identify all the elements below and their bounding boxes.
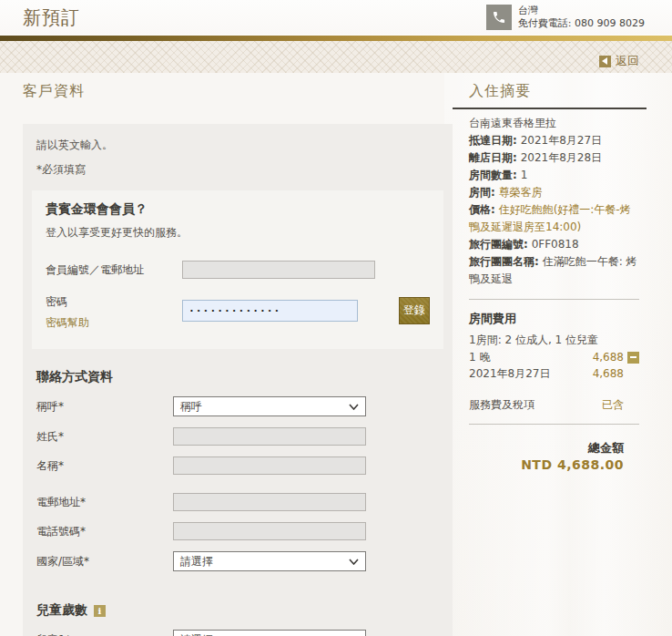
customer-info-column: 客戶資料 請以英文輸入。 *必須填寫 貴賓金環會會員？ 登入以享受更好更快的服務… bbox=[23, 82, 453, 636]
room-line: 房間: 尊榮客房 bbox=[469, 184, 639, 201]
summary-divider bbox=[469, 424, 639, 425]
fees-label: 服務費及稅項 bbox=[469, 396, 602, 413]
room-label: 房間: bbox=[469, 186, 495, 199]
password-row: 密碼 密碼幫助 登錄 bbox=[46, 290, 430, 331]
total-value: NTD 4,688.00 bbox=[469, 457, 624, 472]
back-arrow-icon bbox=[599, 56, 611, 67]
chevron-down-icon bbox=[349, 404, 359, 410]
phone-number-input[interactable] bbox=[173, 522, 366, 540]
contact-section-title: 聯絡方式資料 bbox=[36, 369, 439, 385]
night-date-label: 2021年8月27日 bbox=[469, 365, 587, 382]
phone-icon bbox=[486, 5, 512, 30]
tour-name-line: 旅行團團名稱: 住滿吃飽一午餐: 烤鴨及延退 bbox=[469, 253, 639, 288]
children-section-title: 兒童歲數 bbox=[36, 602, 87, 619]
first-name-row: 名稱* bbox=[36, 456, 439, 475]
gold-divider-bar bbox=[0, 35, 672, 41]
first-name-input[interactable] bbox=[173, 456, 366, 475]
child1-label: 兒童1* bbox=[36, 632, 173, 636]
note-english: 請以英文輸入。 bbox=[36, 138, 439, 153]
country-row: 國家/區域* 請選擇 bbox=[36, 551, 439, 571]
child1-age-select[interactable]: 請選擇 bbox=[173, 630, 366, 636]
rooms-line: 房間數量: 1 bbox=[469, 167, 639, 184]
salutation-row: 稱呼* 稱呼 bbox=[36, 396, 439, 416]
breadcrumb-strip: 返回 bbox=[0, 41, 672, 73]
page-header: 新預訂 台灣 免付費電話: 080 909 8029 bbox=[0, 0, 672, 35]
country-select-value: 請選擇 bbox=[180, 554, 213, 569]
phone-region: 台灣 bbox=[518, 5, 645, 17]
stay-summary-column: 入住摘要 台南遠東香格里拉 抵達日期: 2021年8月27日 離店日期: 202… bbox=[453, 82, 647, 636]
total-block: 總金額 NTD 4,688.00 bbox=[469, 436, 639, 472]
fees-value: 已含 bbox=[602, 396, 624, 413]
night-date-price: 4,688 bbox=[587, 365, 624, 382]
collapse-minus-icon[interactable] bbox=[627, 352, 639, 364]
email-input[interactable] bbox=[173, 493, 366, 511]
password-help-link[interactable]: 密碼幫助 bbox=[46, 315, 89, 331]
child1-row: 兒童1* 請選擇 bbox=[36, 630, 439, 636]
fees-row: 服務費及稅項 已含 bbox=[469, 396, 639, 413]
last-name-row: 姓氏* bbox=[36, 427, 439, 446]
password-input[interactable] bbox=[182, 300, 358, 322]
children-title-row: 兒童歲數 i bbox=[36, 602, 439, 619]
first-name-label: 名稱* bbox=[36, 458, 173, 474]
last-name-input[interactable] bbox=[173, 427, 366, 446]
customer-info-heading: 客戶資料 bbox=[23, 82, 453, 101]
rate-line: 價格: 住好吃飽飽(好禮一:午餐-烤鴨及延遲退房至14:00) bbox=[469, 201, 639, 236]
rooms-label: 房間數量: bbox=[469, 169, 517, 181]
departure-line: 離店日期: 2021年8月28日 bbox=[469, 149, 639, 167]
login-button[interactable]: 登錄 bbox=[399, 297, 430, 324]
info-icon[interactable]: i bbox=[94, 605, 106, 617]
booking-page: 新預訂 台灣 免付費電話: 080 909 8029 返回 客戶資料 請以英文輸… bbox=[0, 0, 672, 636]
phone-text: 台灣 免付費電話: 080 909 8029 bbox=[518, 5, 645, 30]
member-id-row: 會員編號／電郵地址 bbox=[46, 261, 430, 279]
rooms-value: 1 bbox=[521, 169, 528, 181]
arrival-label: 抵達日期: bbox=[469, 134, 517, 147]
arrival-value: 2021年8月27日 bbox=[521, 134, 602, 147]
member-id-label: 會員編號／電郵地址 bbox=[46, 262, 182, 278]
email-label: 電郵地址* bbox=[36, 495, 173, 510]
phone-number-label: 電話號碼* bbox=[36, 524, 173, 539]
salutation-select[interactable]: 稱呼 bbox=[173, 396, 366, 416]
salutation-select-value: 稱呼 bbox=[180, 399, 202, 415]
back-link[interactable]: 返回 bbox=[599, 53, 639, 69]
phone-number: 免付費電話: 080 909 8029 bbox=[518, 17, 645, 30]
date-price-row: 2021年8月27日 4,688 bbox=[469, 365, 639, 382]
nights-price-row: 1 晚 4,688 bbox=[469, 349, 639, 365]
stay-summary-box: 台南遠東香格里拉 抵達日期: 2021年8月27日 離店日期: 2021年8月2… bbox=[453, 108, 647, 472]
stay-summary-heading: 入住摘要 bbox=[453, 82, 647, 101]
arrival-line: 抵達日期: 2021年8月27日 bbox=[469, 132, 639, 149]
password-label-stack: 密碼 密碼幫助 bbox=[46, 290, 182, 331]
phone-block: 台灣 免付費電話: 080 909 8029 bbox=[486, 5, 645, 30]
tour-no-label: 旅行團編號: bbox=[469, 238, 528, 251]
rate-label: 價格: bbox=[469, 203, 495, 216]
page-title: 新預訂 bbox=[23, 5, 80, 30]
phone-number-row: 電話號碼* bbox=[36, 522, 439, 540]
room-value: 尊榮客房 bbox=[499, 186, 543, 199]
room-charges-title: 房間費用 bbox=[469, 311, 639, 327]
child1-select-value: 請選擇 bbox=[180, 632, 213, 636]
member-login-box: 貴賓金環會會員？ 登入以享受更好更快的服務。 會員編號／電郵地址 密碼 密碼幫助… bbox=[32, 190, 443, 349]
member-box-title: 貴賓金環會會員？ bbox=[46, 201, 430, 218]
last-name-label: 姓氏* bbox=[36, 429, 173, 445]
country-label: 國家/區域* bbox=[36, 554, 173, 569]
country-select[interactable]: 請選擇 bbox=[173, 551, 366, 571]
salutation-label: 稱呼* bbox=[36, 399, 173, 415]
back-link-label: 返回 bbox=[616, 53, 639, 69]
summary-divider bbox=[469, 299, 639, 300]
nights-price: 4,688 bbox=[587, 349, 624, 365]
nights-label: 1 晚 bbox=[469, 349, 587, 365]
tour-no-line: 旅行團編號: 0FF0818 bbox=[469, 236, 639, 253]
chevron-down-icon bbox=[349, 559, 359, 565]
occupancy-line: 1房間: 2 位成人, 1 位兒童 bbox=[469, 332, 639, 349]
customer-info-panel: 請以英文輸入。 *必須填寫 貴賓金環會會員？ 登入以享受更好更快的服務。 會員編… bbox=[23, 124, 453, 636]
children-section: 兒童歲數 i 兒童1* 請選擇 bbox=[36, 602, 439, 636]
member-id-input[interactable] bbox=[182, 261, 375, 279]
password-label: 密碼 bbox=[46, 294, 182, 310]
contact-section: 聯絡方式資料 稱呼* 稱呼 姓氏* 名稱* bbox=[36, 369, 439, 571]
hotel-name: 台南遠東香格里拉 bbox=[469, 115, 639, 132]
tour-no-value: 0FF0818 bbox=[532, 238, 579, 251]
note-required: *必須填寫 bbox=[36, 162, 439, 178]
departure-label: 離店日期: bbox=[469, 151, 517, 164]
total-label: 總金額 bbox=[469, 439, 624, 457]
email-row: 電郵地址* bbox=[36, 493, 439, 511]
main-content: 客戶資料 請以英文輸入。 *必須填寫 貴賓金環會會員？ 登入以享受更好更快的服務… bbox=[0, 73, 672, 636]
